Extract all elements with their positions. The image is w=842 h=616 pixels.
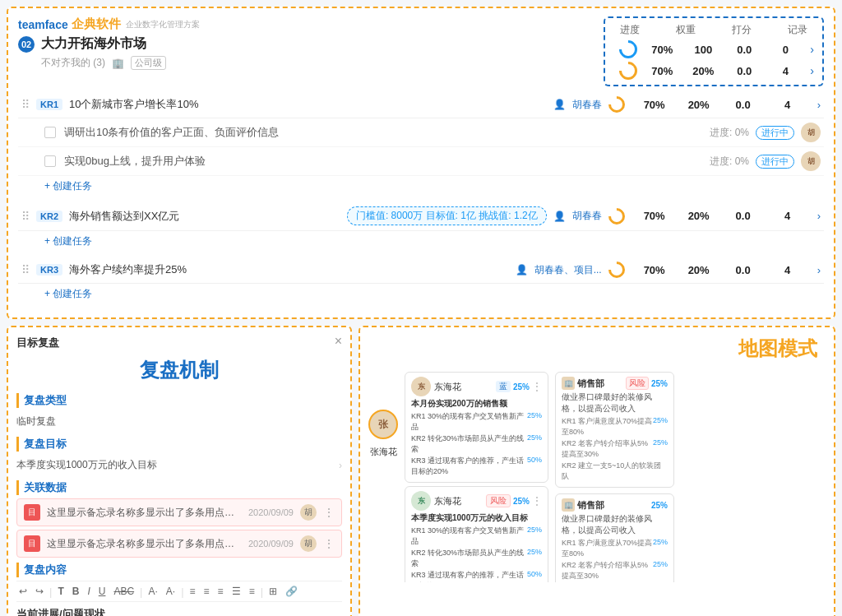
table-btn[interactable]: ⊞ — [266, 585, 280, 598]
dept2-name: 销售部 — [577, 499, 604, 512]
map-card-node2[interactable]: 东 东海花 风险 25% ⋮ 本季度实现1000万元的收入目标 KR1 30% — [405, 486, 548, 582]
node1-more[interactable]: ⋮ — [532, 381, 542, 392]
linked-item-1-icon: 目 — [24, 504, 40, 521]
editor-toolbar[interactable]: ↩ ↪ | T B I U ABC | A· A· | ≡ ≡ ≡ ☰ ≡ — [16, 581, 342, 602]
person-icon: 👤 — [553, 99, 566, 110]
task1-progress: 进度: 0% — [710, 126, 749, 140]
dept1-kr2: KR2 老客户转介绍率从5%提高至30% 25% — [562, 438, 668, 460]
kr1-score: 0.0 — [729, 99, 758, 111]
bold-btn[interactable]: T — [55, 585, 66, 598]
node2-person: 东海花 — [434, 495, 461, 507]
stats-row1-arrow[interactable]: › — [810, 43, 814, 56]
dept2-kr1: KR1 客户满意度从70%提高至80% 25% — [562, 538, 668, 559]
kr3-weight: 20% — [684, 264, 714, 276]
dept-card-1[interactable]: 🏢 销售部 风险 25% 做业界口碑最好的装修风格，以提高公司收入 KR1 客户… — [555, 372, 674, 488]
task-checkbox-2[interactable] — [44, 155, 56, 167]
map-center-col: 张 张海花 — [368, 368, 398, 458]
linked-item-1-text: 这里显示备忘录名称多显示出了多条用点的... — [47, 506, 242, 520]
dept-card-2[interactable]: 🏢 销售部 25% 做业界口碑最好的装修风格，以提高公司收入 KR1 客户满意度… — [555, 493, 674, 582]
create-task-kr1[interactable]: + 创建任务 — [18, 176, 824, 197]
color-A-btn[interactable]: A· — [146, 585, 160, 598]
list-btn[interactable]: ☰ — [229, 585, 243, 598]
person-icon-2: 👤 — [553, 211, 566, 222]
kr1-drag-handle[interactable]: ⠿ — [21, 98, 30, 111]
link-btn[interactable]: 🔗 — [283, 585, 300, 598]
align-right-btn[interactable]: ≡ — [215, 585, 226, 598]
kr2-arrow[interactable]: › — [817, 210, 821, 222]
map-card-node1[interactable]: 东 东海花 蓝 25% ⋮ 本月份实现200万的销售额 KR1 30%的现有客 — [405, 372, 548, 483]
highlight-btn[interactable]: A· — [164, 585, 178, 598]
ordered-list-btn[interactable]: ≡ — [247, 585, 257, 598]
dept1-goal: 做业界口碑最好的装修风格，以提高公司收入 — [562, 391, 668, 415]
content-section: 复盘内容 ↩ ↪ | T B I U ABC | A· A· | ≡ ≡ ≡ — [16, 563, 342, 616]
goal-not-align[interactable]: 不对齐我的 (3) — [41, 56, 105, 70]
node2-kr2: KR2 转化30%市场部员从产生的线索 25% — [411, 548, 542, 569]
kr3-record: 4 — [773, 264, 803, 276]
bold-B-btn[interactable]: B — [70, 585, 82, 598]
stats-row2-score: 0.0 — [728, 65, 761, 77]
kr1-text: 10个新城市客户增长率10% — [69, 97, 547, 112]
map-content: 张 张海花 东 东海花 蓝 — [368, 368, 826, 582]
underline-btn[interactable]: U — [96, 585, 109, 598]
linked-item-2-date: 2020/09/09 — [248, 539, 294, 549]
company-name: 企典软件 — [72, 16, 121, 32]
company-icon: 🏢 — [112, 58, 124, 69]
linked-item-2-avatar: 胡 — [300, 535, 317, 552]
kr1-label: KR1 — [36, 99, 62, 110]
panel-big-title: 复盘机制 — [16, 357, 342, 383]
node1-tag: 蓝 — [496, 381, 511, 392]
kr3-arrow[interactable]: › — [817, 264, 821, 276]
kr1-person: 胡春春 — [572, 98, 602, 112]
dept1-icon: 🏢 — [562, 377, 575, 390]
redo-btn[interactable]: ↪ — [33, 585, 46, 598]
linked-item-2: 目 这里显示备忘录名称多显示出了多条用点的... 2020/09/09 胡 ⋮ — [16, 530, 342, 558]
node1-pct: 25% — [513, 382, 530, 391]
panel-close-btn[interactable]: × — [335, 334, 342, 349]
kr2-progress: 70% — [640, 210, 669, 222]
panel-header: 目标复盘 × — [16, 336, 342, 350]
stats-row2-record: 4 — [769, 65, 802, 77]
linked-item-1-more[interactable]: ⋮ — [323, 506, 335, 519]
kr2-weight: 20% — [684, 210, 714, 222]
kr1-arrow[interactable]: › — [817, 99, 821, 111]
stats-header-record: 记录 — [781, 23, 814, 37]
stats-header-progress: 进度 — [613, 23, 646, 37]
align-center-btn[interactable]: ≡ — [201, 585, 212, 598]
person-icon-3: 👤 — [516, 264, 528, 276]
kr3-person: 胡春春、项目... — [534, 263, 602, 277]
map-right-cards: 🏢 销售部 风险 25% 做业界口碑最好的装修风格，以提高公司收入 KR1 客户… — [555, 368, 674, 582]
kr2-section: ⠿ KR2 海外销售额达到XX亿元 门槛值: 8000万 目标值: 1亿 挑战值… — [18, 201, 824, 252]
type-label: 复盘类型 — [16, 393, 342, 408]
task1-status: 进行中 — [756, 126, 794, 140]
linked-item-2-more[interactable]: ⋮ — [323, 537, 335, 550]
task-checkbox-1[interactable] — [44, 127, 56, 138]
align-left-btn[interactable]: ≡ — [187, 585, 198, 598]
kr1-progress: 70% — [640, 99, 669, 111]
node1-goal: 本月份实现200万的销售额 — [411, 398, 542, 410]
progress-circle-2 — [616, 58, 641, 83]
kr3-drag-handle[interactable]: ⠿ — [21, 263, 30, 276]
stats-row1-score: 0.0 — [728, 44, 761, 56]
dept2-pct: 25% — [651, 501, 668, 510]
kr2-drag-handle[interactable]: ⠿ — [21, 210, 30, 223]
panel-title: 目标复盘 — [16, 336, 59, 350]
stats-row2-arrow[interactable]: › — [810, 64, 814, 77]
italic-btn[interactable]: I — [85, 585, 92, 598]
dept2-icon: 🏢 — [562, 498, 575, 512]
strikethrough-btn[interactable]: ABC — [111, 585, 136, 598]
create-task-kr3[interactable]: + 创建任务 — [18, 284, 824, 304]
target-arrow[interactable]: › — [339, 460, 342, 471]
logo-subtitle: 企业数字化管理方案 — [126, 19, 200, 30]
create-task-kr2[interactable]: + 创建任务 — [18, 231, 824, 252]
center-avatar: 张 — [368, 410, 398, 439]
kr3-score: 0.0 — [729, 264, 758, 276]
task2-avatar: 胡 — [801, 151, 821, 171]
section1-title: 当前进展/问题现状 — [16, 607, 342, 616]
dept1-pct: 25% — [651, 379, 668, 388]
node2-more[interactable]: ⋮ — [532, 495, 542, 507]
kr3-progress: 70% — [640, 264, 669, 276]
undo-btn[interactable]: ↩ — [16, 585, 30, 598]
kr3-section: ⠿ KR3 海外客户续约率提升25% 👤 胡春春、项目... 70% 20% 0… — [18, 257, 824, 304]
kr1-weight: 20% — [684, 99, 714, 111]
node2-goal: 本季度实现1000万元的收入目标 — [411, 512, 542, 524]
